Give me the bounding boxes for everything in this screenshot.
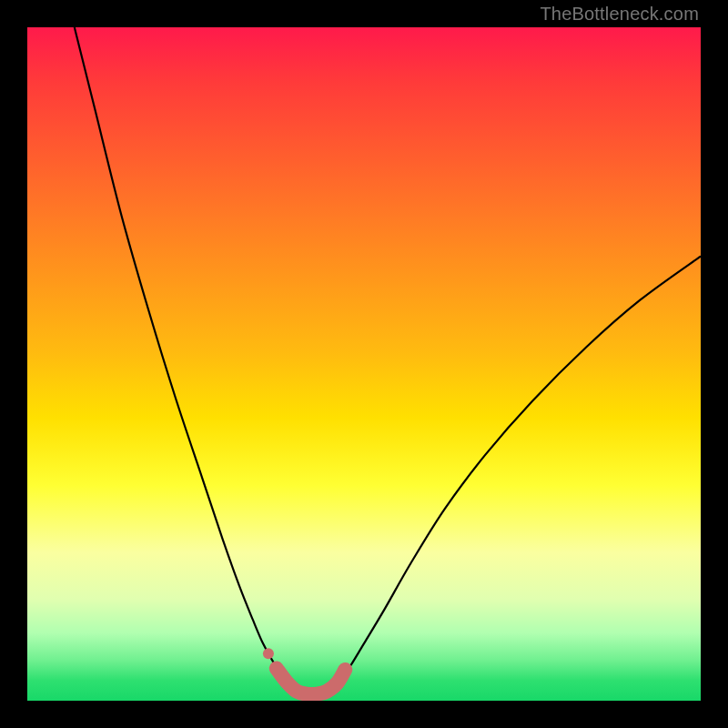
curve-right-branch [330, 257, 701, 693]
curve-layer [27, 27, 701, 701]
highlight-dot [263, 648, 274, 659]
watermark-text: TheBottleneck.com [540, 4, 699, 25]
highlight-band [277, 668, 345, 693]
curve-left-branch [75, 27, 297, 693]
plot-area [27, 27, 701, 701]
